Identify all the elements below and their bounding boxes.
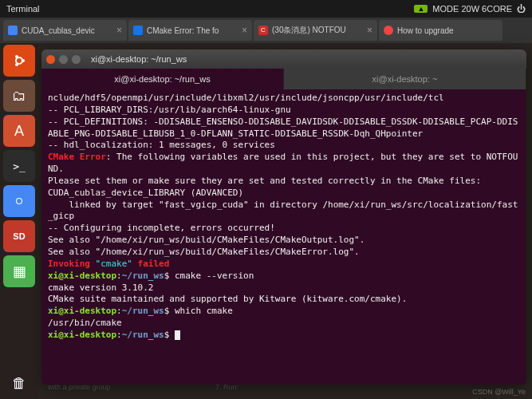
favicon-icon (8, 26, 18, 35)
terminal-line: CMake suite maintained and supported by … (48, 294, 520, 306)
svg-point-6 (17, 199, 22, 203)
indicator-icon[interactable]: ⏻ (517, 4, 526, 14)
svg-point-3 (15, 63, 18, 66)
terminal-cursor (175, 330, 180, 340)
terminal-window: xi@xi-desktop: ~/run_ws xi@xi-desktop: ~… (41, 49, 526, 385)
launcher-sd-icon[interactable]: SD (3, 220, 35, 252)
terminal-body[interactable]: nclude/hdf5/openmpi/usr/include/libxml2/… (41, 89, 526, 345)
favicon-icon: C (258, 26, 268, 35)
launcher-files-icon[interactable]: 🗂 (3, 80, 35, 112)
terminal-title: xi@xi-desktop: ~/run_ws (91, 54, 187, 64)
favicon-icon (384, 26, 393, 35)
terminal-line: -- Configuring incomplete, errors occurr… (48, 223, 520, 235)
terminal-line: -- PCL_LIBRARY_DIRS:/usr/lib/aarch64-lin… (48, 105, 520, 117)
terminal-line: -- hdl_localization: 1 messages, 0 servi… (48, 140, 520, 152)
terminal-line: CUDA_cublas_device_LIBRARY (ADVANCED) (48, 188, 520, 200)
system-top-bar: Terminal ▲ MODE 20W 6CORE ⏻ (0, 0, 532, 18)
terminal-line: See also "/home/xi/run_ws/build/CMakeFil… (48, 235, 520, 247)
terminal-tab-strip: xi@xi-desktop: ~/run_ws xi@xi-desktop: ~ (41, 69, 526, 89)
nvidia-badge: ▲ (414, 5, 428, 13)
terminal-tab[interactable]: xi@xi-desktop: ~ (284, 69, 526, 89)
browser-tab[interactable]: How to upgrade (379, 20, 502, 41)
favicon-icon (133, 26, 143, 35)
launcher-trash-icon[interactable]: 🗑 (3, 367, 35, 399)
close-window-icon[interactable] (46, 55, 55, 64)
launcher-terminal-icon[interactable]: >_ (3, 150, 35, 182)
browser-tab[interactable]: C (30条消息) NOTFOU × (254, 20, 377, 41)
browser-tab[interactable]: CUDA_cublas_devic × (3, 20, 127, 41)
minimize-window-icon[interactable] (59, 55, 68, 64)
terminal-line: /usr/bin/cmake (48, 318, 520, 330)
launcher-chromium-icon[interactable] (3, 185, 35, 217)
terminal-line: cmake version 3.10.2 (48, 282, 520, 294)
power-mode: MODE 20W 6CORE (432, 4, 512, 14)
terminal-line: linked by target "fast_vgicp_cuda" in di… (48, 200, 520, 223)
terminal-line: -- PCL_DEFINITIONS: -DDISABLE_ENSENSO-DD… (48, 117, 520, 140)
launcher-ubuntu-icon[interactable] (3, 45, 35, 77)
browser-tab-strip: CUDA_cublas_devic × CMake Error: The fo … (0, 18, 532, 43)
browser-tab[interactable]: CMake Error: The fo × (128, 20, 252, 41)
terminal-line: nclude/hdf5/openmpi/usr/include/libxml2/… (48, 93, 520, 105)
terminal-prompt: xi@xi-desktop:~/run_ws$ which cmake (48, 306, 520, 318)
svg-point-1 (22, 59, 25, 62)
terminal-prompt: xi@xi-desktop:~/run_ws$ cmake --version (48, 271, 520, 282)
unity-launcher: 🗂 A >_ SD ▦ 🗑 (0, 43, 38, 399)
launcher-app-icon[interactable]: ▦ (3, 255, 35, 287)
terminal-line: Please set them or make sure they are se… (48, 176, 520, 188)
terminal-line: CMake Error: The following variables are… (48, 152, 520, 176)
terminal-prompt: xi@xi-desktop:~/run_ws$ (48, 330, 520, 342)
svg-point-2 (15, 55, 18, 58)
close-icon[interactable]: × (242, 25, 247, 36)
terminal-line: Invoking "cmake" failed (48, 259, 520, 271)
svg-point-0 (16, 57, 22, 64)
terminal-tab[interactable]: xi@xi-desktop: ~/run_ws (41, 69, 284, 89)
maximize-window-icon[interactable] (72, 55, 81, 64)
watermark: CSDN @Will_Ye (472, 388, 526, 396)
close-icon[interactable]: × (116, 25, 122, 36)
terminal-titlebar[interactable]: xi@xi-desktop: ~/run_ws (41, 49, 526, 69)
close-icon[interactable]: × (367, 25, 372, 36)
terminal-line: See also "/home/xi/run_ws/build/CMakeFil… (48, 247, 520, 259)
launcher-software-icon[interactable]: A (3, 115, 35, 147)
app-title: Terminal (6, 4, 40, 14)
